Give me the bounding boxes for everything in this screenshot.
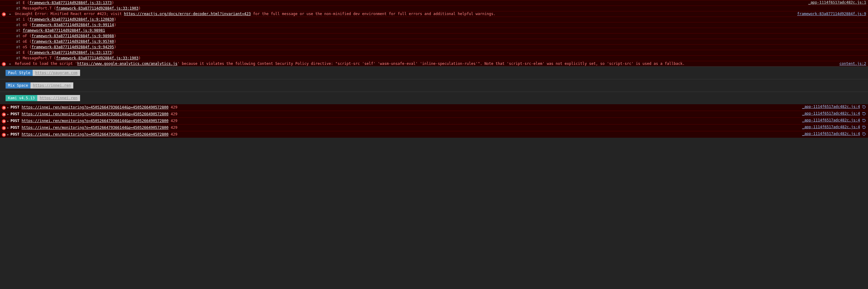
network-error-text: POST https://innei.ren/monitoring?o=4505… (10, 125, 178, 130)
stack-location[interactable]: framework-83a877114d92884f.js:9:99114 (32, 23, 114, 27)
status-code: 429 (168, 105, 178, 109)
replay-xhr-icon[interactable] (862, 132, 866, 136)
stack-frame: at MessagePort.T (framework-83a877114d92… (0, 5, 868, 11)
error-icon: ✕ (2, 62, 6, 66)
error-message: Refused to load the script 'https://www.… (15, 62, 685, 66)
badge-label: Mix Space (5, 82, 30, 88)
stack-frame: at MessagePort.T (framework-83a877114d92… (0, 55, 868, 61)
replay-xhr-icon[interactable] (862, 112, 866, 116)
source-link[interactable]: _app-1114f6517adc482c.js:1 (808, 0, 866, 5)
console-error-csp: ✕ ▸ Refused to load the script 'https://… (0, 61, 868, 66)
console-error-network: ✕▸POST https://innei.ren/monitoring?o=45… (0, 117, 868, 124)
request-url[interactable]: https://innei.ren/monitoring?o=450526647… (22, 132, 168, 137)
stack-frame: at oF (framework-83a877114d92884f.js:9:9… (0, 33, 868, 39)
stack-frame: at framework-83a877114d92884f.js:9:98981 (0, 28, 868, 33)
badge-label: Kami v4.5.13 (5, 95, 37, 101)
disclosure-icon[interactable]: ▸ (7, 132, 10, 137)
stack-location[interactable]: framework-83a877114d92884f.js:9:94295 (32, 45, 114, 49)
error-icon: ✕ (2, 112, 6, 116)
error-icon: ✕ (2, 12, 6, 16)
at: at (16, 6, 23, 10)
error-icon: ✕ (2, 126, 6, 130)
stack-location[interactable]: framework-83a877114d92884f.js:9:95740 (32, 39, 114, 44)
console-error-network: ✕▸POST https://innei.ren/monitoring?o=45… (0, 131, 868, 138)
network-error-text: POST https://innei.ren/monitoring?o=4505… (10, 119, 178, 123)
error-icon: ✕ (2, 106, 6, 110)
replay-xhr-icon[interactable] (862, 125, 866, 130)
stack-frame: at i (framework-83a877114d92884f.js:9:12… (0, 16, 868, 22)
console-error-network: ✕▸POST https://innei.ren/monitoring?o=45… (0, 104, 868, 111)
stack-frame: at E (framework-83a877114d92884f.js:33:1… (0, 50, 868, 55)
error-icon: ✕ (2, 119, 6, 123)
disclosure-icon[interactable]: ▸ (7, 119, 10, 123)
network-error-text: POST https://innei.ren/monitoring?o=4505… (10, 132, 178, 137)
request-url[interactable]: https://innei.ren/monitoring?o=450526647… (22, 112, 168, 116)
badge-url[interactable]: https://paugram.com (33, 70, 80, 76)
network-error-text: POST https://innei.ren/monitoring?o=4505… (10, 112, 178, 116)
error-message: Uncaught Error: Minified React error #42… (15, 12, 496, 16)
react-decoder-link[interactable]: https://reactjs.org/docs/error-decoder.h… (124, 12, 251, 16)
replay-xhr-icon[interactable] (862, 105, 866, 109)
stack-location[interactable]: framework-83a877114d92884f.js:33:1903 (56, 6, 138, 10)
stack-frame: at E (framework-83a877114d92884f.js:33:1… (0, 0, 868, 5)
source-link[interactable]: _app-1114f6517adc482c.js:4 (802, 118, 860, 123)
status-code: 429 (168, 125, 178, 130)
console-error-network: ✕▸POST https://innei.ren/monitoring?o=45… (0, 111, 868, 117)
status-code: 429 (168, 112, 178, 116)
stack-location[interactable]: framework-83a877114d92884f.js:33:1373 (29, 50, 112, 55)
error-icon: ✕ (2, 133, 6, 137)
request-url[interactable]: https://innei.ren/monitoring?o=450526647… (22, 105, 168, 109)
request-url[interactable]: https://innei.ren/monitoring?o=450526647… (22, 125, 168, 130)
stack-location[interactable]: framework-83a877114d92884f.js:33:1903 (56, 56, 138, 60)
console-error-network: ✕▸POST https://innei.ren/monitoring?o=45… (0, 124, 868, 131)
at: at (16, 1, 23, 5)
stack-frame: at oO (framework-83a877114d92884f.js:9:9… (0, 22, 868, 28)
source-link[interactable]: _app-1114f6517adc482c.js:4 (802, 105, 860, 109)
source-link[interactable]: _app-1114f6517adc482c.js:4 (802, 125, 860, 130)
console-log-badge: Mix Spacehttps://innei.ren_app-1114f6517… (0, 79, 868, 92)
stack-frame: at oS (framework-83a877114d92884f.js:9:9… (0, 44, 868, 50)
request-url[interactable]: https://innei.ren/monitoring?o=450526647… (22, 119, 168, 123)
network-error-text: POST https://innei.ren/monitoring?o=4505… (10, 105, 178, 109)
source-link[interactable]: _app-1114f6517adc482c.js:4 (802, 132, 860, 136)
stack-location[interactable]: framework-83a877114d92884f.js:33:1373 (29, 1, 112, 5)
stack-location[interactable]: framework-83a877114d92884f.js:9:98988 (32, 34, 114, 38)
console-error-react: ✕ ▸ Uncaught Error: Minified React error… (0, 11, 868, 16)
status-code: 429 (168, 119, 178, 123)
disclosure-icon[interactable]: ▸ (7, 105, 10, 110)
disclosure-icon[interactable]: ▸ (9, 12, 12, 16)
disclosure-icon[interactable]: ▸ (7, 112, 10, 116)
badge-url[interactable]: https://innei.ren (30, 82, 73, 88)
fn: E (23, 1, 25, 5)
stack-location[interactable]: framework-83a877114d92884f.js:9:120830 (29, 17, 114, 22)
status-code: 429 (168, 132, 178, 137)
csp-script-url[interactable]: https://www.google-analytics.com/analyti… (77, 62, 178, 66)
source-link[interactable]: content.js:2 (839, 62, 866, 66)
disclosure-icon[interactable]: ▸ (9, 62, 12, 66)
console-log-badge: Paul Stylehttps://paugram.com_app-1114f6… (0, 66, 868, 79)
disclosure-icon[interactable]: ▸ (7, 125, 10, 130)
stack-frame: at oE (framework-83a877114d92884f.js:9:9… (0, 39, 868, 44)
badge-url[interactable]: https://innei.ren (37, 95, 80, 101)
replay-xhr-icon[interactable] (862, 118, 866, 123)
source-link[interactable]: _app-1114f6517adc482c.js:4 (802, 111, 860, 116)
badge-label: Paul Style (5, 70, 33, 76)
console-log-badge: Kami v4.5.13https://innei.ren_app-1114f6… (0, 92, 868, 104)
fn: MessagePort.T (23, 6, 52, 10)
source-link[interactable]: framework-83a877114d92884f.js:9 (797, 12, 866, 16)
stack-location[interactable]: framework-83a877114d92884f.js:9:98981 (23, 28, 105, 33)
